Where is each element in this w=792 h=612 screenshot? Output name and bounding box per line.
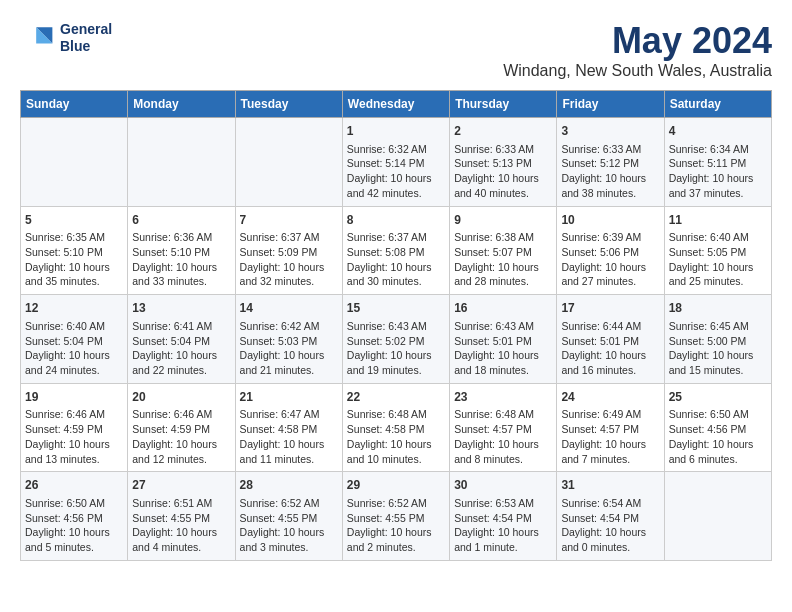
day-number: 25 bbox=[669, 389, 767, 406]
day-number: 8 bbox=[347, 212, 445, 229]
column-header-tuesday: Tuesday bbox=[235, 91, 342, 118]
calendar-cell: 26Sunrise: 6:50 AM Sunset: 4:56 PM Dayli… bbox=[21, 472, 128, 561]
column-header-friday: Friday bbox=[557, 91, 664, 118]
day-info: Sunrise: 6:52 AM Sunset: 4:55 PM Dayligh… bbox=[240, 496, 338, 555]
day-number: 13 bbox=[132, 300, 230, 317]
day-info: Sunrise: 6:43 AM Sunset: 5:02 PM Dayligh… bbox=[347, 319, 445, 378]
day-info: Sunrise: 6:42 AM Sunset: 5:03 PM Dayligh… bbox=[240, 319, 338, 378]
day-info: Sunrise: 6:44 AM Sunset: 5:01 PM Dayligh… bbox=[561, 319, 659, 378]
calendar-cell: 31Sunrise: 6:54 AM Sunset: 4:54 PM Dayli… bbox=[557, 472, 664, 561]
day-number: 12 bbox=[25, 300, 123, 317]
day-info: Sunrise: 6:35 AM Sunset: 5:10 PM Dayligh… bbox=[25, 230, 123, 289]
calendar-cell: 30Sunrise: 6:53 AM Sunset: 4:54 PM Dayli… bbox=[450, 472, 557, 561]
day-info: Sunrise: 6:46 AM Sunset: 4:59 PM Dayligh… bbox=[25, 407, 123, 466]
logo-icon bbox=[20, 20, 56, 56]
calendar-cell: 6Sunrise: 6:36 AM Sunset: 5:10 PM Daylig… bbox=[128, 206, 235, 295]
calendar-cell: 2Sunrise: 6:33 AM Sunset: 5:13 PM Daylig… bbox=[450, 118, 557, 207]
day-number: 3 bbox=[561, 123, 659, 140]
calendar-week-row: 12Sunrise: 6:40 AM Sunset: 5:04 PM Dayli… bbox=[21, 295, 772, 384]
calendar-cell: 12Sunrise: 6:40 AM Sunset: 5:04 PM Dayli… bbox=[21, 295, 128, 384]
day-number: 30 bbox=[454, 477, 552, 494]
day-number: 27 bbox=[132, 477, 230, 494]
calendar-header-row: SundayMondayTuesdayWednesdayThursdayFrid… bbox=[21, 91, 772, 118]
day-number: 20 bbox=[132, 389, 230, 406]
day-info: Sunrise: 6:32 AM Sunset: 5:14 PM Dayligh… bbox=[347, 142, 445, 201]
day-number: 14 bbox=[240, 300, 338, 317]
day-info: Sunrise: 6:37 AM Sunset: 5:08 PM Dayligh… bbox=[347, 230, 445, 289]
calendar-cell: 27Sunrise: 6:51 AM Sunset: 4:55 PM Dayli… bbox=[128, 472, 235, 561]
column-header-wednesday: Wednesday bbox=[342, 91, 449, 118]
day-info: Sunrise: 6:46 AM Sunset: 4:59 PM Dayligh… bbox=[132, 407, 230, 466]
day-number: 23 bbox=[454, 389, 552, 406]
calendar-cell: 14Sunrise: 6:42 AM Sunset: 5:03 PM Dayli… bbox=[235, 295, 342, 384]
page-header: General Blue May 2024 Windang, New South… bbox=[20, 20, 772, 80]
calendar-cell bbox=[128, 118, 235, 207]
calendar-cell: 17Sunrise: 6:44 AM Sunset: 5:01 PM Dayli… bbox=[557, 295, 664, 384]
day-number: 2 bbox=[454, 123, 552, 140]
logo-text: General Blue bbox=[60, 21, 112, 55]
day-number: 26 bbox=[25, 477, 123, 494]
day-number: 28 bbox=[240, 477, 338, 494]
day-number: 29 bbox=[347, 477, 445, 494]
day-info: Sunrise: 6:49 AM Sunset: 4:57 PM Dayligh… bbox=[561, 407, 659, 466]
day-info: Sunrise: 6:53 AM Sunset: 4:54 PM Dayligh… bbox=[454, 496, 552, 555]
page-subtitle: Windang, New South Wales, Australia bbox=[503, 62, 772, 80]
calendar-cell: 24Sunrise: 6:49 AM Sunset: 4:57 PM Dayli… bbox=[557, 383, 664, 472]
day-number: 5 bbox=[25, 212, 123, 229]
day-info: Sunrise: 6:54 AM Sunset: 4:54 PM Dayligh… bbox=[561, 496, 659, 555]
title-block: May 2024 Windang, New South Wales, Austr… bbox=[503, 20, 772, 80]
day-number: 1 bbox=[347, 123, 445, 140]
day-info: Sunrise: 6:40 AM Sunset: 5:04 PM Dayligh… bbox=[25, 319, 123, 378]
calendar-cell: 28Sunrise: 6:52 AM Sunset: 4:55 PM Dayli… bbox=[235, 472, 342, 561]
calendar-table: SundayMondayTuesdayWednesdayThursdayFrid… bbox=[20, 90, 772, 561]
calendar-cell bbox=[235, 118, 342, 207]
day-info: Sunrise: 6:33 AM Sunset: 5:13 PM Dayligh… bbox=[454, 142, 552, 201]
day-number: 6 bbox=[132, 212, 230, 229]
day-info: Sunrise: 6:37 AM Sunset: 5:09 PM Dayligh… bbox=[240, 230, 338, 289]
day-info: Sunrise: 6:36 AM Sunset: 5:10 PM Dayligh… bbox=[132, 230, 230, 289]
day-info: Sunrise: 6:50 AM Sunset: 4:56 PM Dayligh… bbox=[669, 407, 767, 466]
day-number: 21 bbox=[240, 389, 338, 406]
calendar-cell: 22Sunrise: 6:48 AM Sunset: 4:58 PM Dayli… bbox=[342, 383, 449, 472]
day-info: Sunrise: 6:45 AM Sunset: 5:00 PM Dayligh… bbox=[669, 319, 767, 378]
calendar-cell: 15Sunrise: 6:43 AM Sunset: 5:02 PM Dayli… bbox=[342, 295, 449, 384]
day-info: Sunrise: 6:50 AM Sunset: 4:56 PM Dayligh… bbox=[25, 496, 123, 555]
calendar-cell: 1Sunrise: 6:32 AM Sunset: 5:14 PM Daylig… bbox=[342, 118, 449, 207]
calendar-cell: 11Sunrise: 6:40 AM Sunset: 5:05 PM Dayli… bbox=[664, 206, 771, 295]
calendar-cell: 9Sunrise: 6:38 AM Sunset: 5:07 PM Daylig… bbox=[450, 206, 557, 295]
day-info: Sunrise: 6:47 AM Sunset: 4:58 PM Dayligh… bbox=[240, 407, 338, 466]
calendar-week-row: 5Sunrise: 6:35 AM Sunset: 5:10 PM Daylig… bbox=[21, 206, 772, 295]
column-header-saturday: Saturday bbox=[664, 91, 771, 118]
day-info: Sunrise: 6:48 AM Sunset: 4:58 PM Dayligh… bbox=[347, 407, 445, 466]
calendar-cell bbox=[664, 472, 771, 561]
calendar-cell: 10Sunrise: 6:39 AM Sunset: 5:06 PM Dayli… bbox=[557, 206, 664, 295]
day-number: 18 bbox=[669, 300, 767, 317]
day-info: Sunrise: 6:41 AM Sunset: 5:04 PM Dayligh… bbox=[132, 319, 230, 378]
calendar-cell: 8Sunrise: 6:37 AM Sunset: 5:08 PM Daylig… bbox=[342, 206, 449, 295]
calendar-cell: 19Sunrise: 6:46 AM Sunset: 4:59 PM Dayli… bbox=[21, 383, 128, 472]
calendar-cell: 20Sunrise: 6:46 AM Sunset: 4:59 PM Dayli… bbox=[128, 383, 235, 472]
day-info: Sunrise: 6:38 AM Sunset: 5:07 PM Dayligh… bbox=[454, 230, 552, 289]
calendar-cell: 13Sunrise: 6:41 AM Sunset: 5:04 PM Dayli… bbox=[128, 295, 235, 384]
day-number: 9 bbox=[454, 212, 552, 229]
day-number: 31 bbox=[561, 477, 659, 494]
calendar-week-row: 1Sunrise: 6:32 AM Sunset: 5:14 PM Daylig… bbox=[21, 118, 772, 207]
day-number: 22 bbox=[347, 389, 445, 406]
calendar-cell: 18Sunrise: 6:45 AM Sunset: 5:00 PM Dayli… bbox=[664, 295, 771, 384]
day-info: Sunrise: 6:34 AM Sunset: 5:11 PM Dayligh… bbox=[669, 142, 767, 201]
calendar-cell bbox=[21, 118, 128, 207]
column-header-sunday: Sunday bbox=[21, 91, 128, 118]
day-info: Sunrise: 6:52 AM Sunset: 4:55 PM Dayligh… bbox=[347, 496, 445, 555]
day-info: Sunrise: 6:43 AM Sunset: 5:01 PM Dayligh… bbox=[454, 319, 552, 378]
column-header-monday: Monday bbox=[128, 91, 235, 118]
day-number: 11 bbox=[669, 212, 767, 229]
calendar-cell: 16Sunrise: 6:43 AM Sunset: 5:01 PM Dayli… bbox=[450, 295, 557, 384]
calendar-week-row: 19Sunrise: 6:46 AM Sunset: 4:59 PM Dayli… bbox=[21, 383, 772, 472]
day-number: 16 bbox=[454, 300, 552, 317]
day-number: 19 bbox=[25, 389, 123, 406]
day-number: 24 bbox=[561, 389, 659, 406]
day-number: 7 bbox=[240, 212, 338, 229]
calendar-cell: 3Sunrise: 6:33 AM Sunset: 5:12 PM Daylig… bbox=[557, 118, 664, 207]
calendar-cell: 29Sunrise: 6:52 AM Sunset: 4:55 PM Dayli… bbox=[342, 472, 449, 561]
calendar-cell: 7Sunrise: 6:37 AM Sunset: 5:09 PM Daylig… bbox=[235, 206, 342, 295]
